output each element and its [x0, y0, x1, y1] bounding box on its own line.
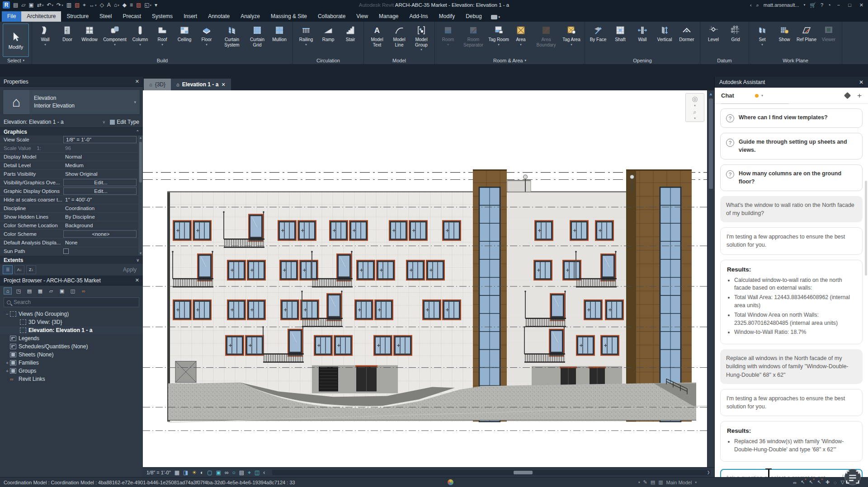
property-row[interactable]: Scale Value 1:96: [0, 144, 138, 153]
browser-home-icon[interactable]: ⌂: [4, 287, 12, 295]
worksharing-icon[interactable]: [448, 479, 453, 485]
browser-groups-icon[interactable]: ◫: [69, 287, 77, 295]
reveal-constraints-icon[interactable]: ◫: [255, 470, 259, 475]
ribbon-button-ceiling[interactable]: Ceiling: [174, 23, 195, 43]
panel-label-circulation[interactable]: Circulation: [293, 57, 363, 64]
filter-icon[interactable]: ▽: [841, 479, 844, 485]
text-icon[interactable]: A: [107, 2, 111, 8]
ribbon-tab-collaborate[interactable]: Collaborate: [312, 11, 351, 22]
sparkle-icon[interactable]: [844, 92, 851, 99]
chat-caret-icon[interactable]: ▾: [761, 94, 763, 98]
assistant-scrollbar[interactable]: [865, 181, 867, 276]
section-icon[interactable]: ◆: [123, 2, 127, 8]
crop-view-icon[interactable]: ▢: [207, 470, 212, 475]
sun-settings-icon[interactable]: ☀: [192, 470, 197, 475]
undo-icon[interactable]: ↶▾: [47, 2, 54, 8]
prompt-card-3[interactable]: ?How many columns are on the ground floo…: [720, 164, 863, 191]
property-row[interactable]: Parts VisibilityShow Original: [0, 170, 138, 178]
tag-icon[interactable]: ◇: [100, 2, 104, 8]
view-tab-close-icon[interactable]: ✕: [221, 82, 225, 88]
search-icon[interactable]: ⌕: [756, 2, 759, 8]
instance-caret-icon[interactable]: ∨: [103, 120, 106, 124]
tree-expander[interactable]: +: [5, 361, 10, 365]
select-dropdown[interactable]: Select▾: [0, 57, 32, 64]
ribbon-button-level[interactable]: .1Level: [703, 23, 724, 43]
worksets-list-icon[interactable]: ▤: [651, 479, 655, 485]
minimize-button[interactable]: −: [835, 2, 842, 8]
ribbon-button-curtain-system[interactable]: Curtain System: [218, 23, 246, 48]
tree-item[interactable]: 3D View: {3D}: [0, 318, 143, 326]
file-tabs-icon[interactable]: ▤: [13, 2, 18, 8]
ribbon-button-set[interactable]: Set▾: [751, 23, 773, 47]
select-pinned-icon[interactable]: ↖: [817, 479, 821, 485]
sun-path-checkbox[interactable]: [63, 248, 69, 254]
tree-item[interactable]: Elevation: Elevation 1 - a: [0, 326, 143, 334]
ribbon-tab-add-ins[interactable]: Add-Ins: [404, 11, 433, 22]
default-3d-view-icon[interactable]: ⌂▾: [114, 2, 119, 8]
scroll-right-icon[interactable]: ❯: [706, 470, 711, 475]
project-browser-close-icon[interactable]: ✕: [135, 277, 139, 283]
filter-list-icon[interactable]: ☰: [3, 265, 13, 274]
panel-label-build[interactable]: Build: [32, 57, 292, 64]
ribbon-tab-precast[interactable]: Precast: [117, 11, 146, 22]
select-underlay-icon[interactable]: ↖: [809, 479, 813, 485]
tree-item[interactable]: ∞Revit Links: [0, 375, 143, 383]
editable-only-icon[interactable]: ∞: [793, 480, 797, 485]
ribbon-tab-manage[interactable]: Manage: [373, 11, 404, 22]
zoom-caret-icon[interactable]: ▾: [694, 117, 696, 120]
panel-label-datum[interactable]: Datum: [700, 57, 749, 64]
redo-icon[interactable]: ↷▾: [57, 2, 63, 8]
main-model-caret-icon[interactable]: ▾: [695, 481, 697, 484]
revit-logo[interactable]: R: [3, 1, 10, 9]
ribbon-tab-file[interactable]: File: [2, 11, 21, 22]
ribbon-button-wall[interactable]: Wall: [632, 23, 653, 43]
tree-item[interactable]: +Groups: [0, 367, 143, 375]
recorder-icon[interactable]: ▾: [487, 13, 504, 22]
shadows-icon[interactable]: ◐: [200, 470, 203, 475]
ribbon-button-model-group[interactable]: Model Group▾: [410, 23, 432, 52]
main-model-label[interactable]: Main Model: [666, 480, 692, 485]
help-icon[interactable]: ?: [821, 2, 823, 8]
assistant-logo-icon[interactable]: ◔: [828, 2, 831, 8]
property-row[interactable]: Display ModelNormal: [0, 153, 138, 161]
tree-item[interactable]: Legends: [0, 334, 143, 342]
panel-label-opening[interactable]: Opening: [585, 57, 700, 64]
property-row[interactable]: Detail LevelMedium: [0, 161, 138, 170]
panel-label-model[interactable]: Model: [364, 57, 434, 64]
design-options-icon[interactable]: ▥: [658, 479, 663, 485]
property-value[interactable]: <none>: [63, 230, 137, 238]
browser-search-input[interactable]: Search: [4, 297, 139, 307]
drawing-canvas[interactable]: [143, 90, 707, 467]
ribbon-button-curtain-grid[interactable]: Curtain Grid: [246, 23, 268, 48]
assistant-close-icon[interactable]: ✕: [859, 79, 863, 85]
edit-type-button[interactable]: Edit Type: [110, 119, 139, 125]
ribbon-tab-analyze[interactable]: Analyze: [235, 11, 265, 22]
tree-expander[interactable]: −: [5, 312, 10, 317]
view-tab-elevation-1-a[interactable]: ⌂Elevation 1 - a✕: [171, 79, 231, 90]
zoom-tool-icon[interactable]: ⌕: [693, 108, 696, 116]
property-value[interactable]: 1/8" = 1'-0": [63, 136, 137, 143]
apply-button[interactable]: Apply: [123, 267, 140, 273]
ribbon-button-dormer[interactable]: Dormer: [676, 23, 698, 43]
tree-item[interactable]: +Families: [0, 359, 143, 367]
ribbon-button-vertical[interactable]: Vertical: [654, 23, 675, 43]
ribbon-button-stair[interactable]: Stair: [340, 23, 361, 43]
restore-button[interactable]: □: [846, 2, 853, 8]
view-tab--3d-[interactable]: ⌂{3D}: [144, 79, 171, 90]
ribbon-button-tag-area[interactable]: Tag Area▾: [561, 23, 582, 47]
ribbon-button-mullion[interactable]: Mullion: [269, 23, 290, 43]
sync-icon[interactable]: ⇄▾: [37, 2, 44, 8]
property-row[interactable]: Color Scheme<none>: [0, 230, 138, 239]
visual-style-icon[interactable]: ◨: [183, 470, 188, 475]
ribbon-button-roof[interactable]: Roof▾: [151, 23, 173, 47]
collapse-vcb-icon[interactable]: ‹: [263, 470, 265, 475]
ribbon-tab-steel[interactable]: Steel: [94, 11, 117, 22]
drag-on-selection-icon[interactable]: ✚: [826, 479, 830, 485]
new-chat-icon[interactable]: +: [857, 92, 862, 99]
ribbon-button-floor[interactable]: Floor▾: [196, 23, 217, 47]
canvas-horizontal-scrollbar[interactable]: ❯: [272, 470, 711, 475]
tree-item[interactable]: Sheets (None): [0, 351, 143, 359]
ribbon-tab-insert[interactable]: Insert: [178, 11, 203, 22]
property-row[interactable]: Color Scheme LocationBackground: [0, 221, 138, 230]
browser-views-icon[interactable]: ◳: [14, 287, 23, 295]
